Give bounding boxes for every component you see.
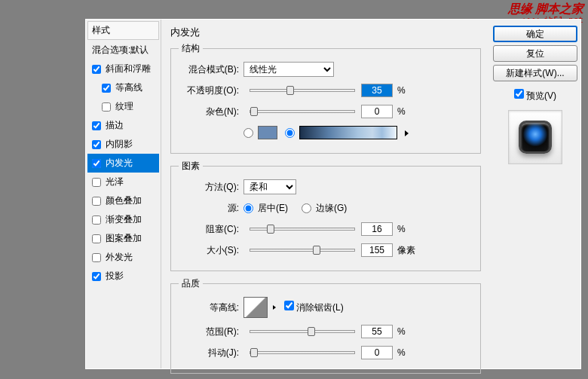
source-edge-radio[interactable]: 边缘(G) — [302, 202, 347, 215]
style-item-label: 投影 — [106, 270, 124, 283]
style-item-4[interactable]: 描边 — [87, 116, 159, 135]
style-item-label: 描边 — [106, 119, 124, 132]
quality-legend: 品质 — [179, 277, 203, 290]
style-item-6[interactable]: 内发光 — [87, 154, 159, 173]
opacity-unit: % — [397, 85, 406, 96]
style-item-9[interactable]: 渐变叠加 — [87, 210, 159, 229]
new-style-button[interactable]: 新建样式(W)... — [493, 65, 577, 81]
style-item-label: 内发光 — [106, 157, 133, 170]
solid-color-radio[interactable] — [243, 126, 277, 139]
styles-list-panel: 样式 混合选项:默认斜面和浮雕等高线纹理描边内阴影内发光光泽颜色叠加渐变叠加图案… — [86, 20, 161, 368]
style-item-11[interactable]: 外发光 — [87, 248, 159, 267]
style-item-label: 外发光 — [106, 251, 133, 264]
technique-label: 方法(Q): — [179, 181, 239, 194]
jitter-label: 抖动(J): — [179, 347, 239, 359]
opacity-input[interactable] — [361, 84, 393, 97]
noise-label: 杂色(N): — [179, 105, 239, 118]
noise-input[interactable] — [361, 105, 393, 118]
style-item-label: 渐变叠加 — [106, 213, 142, 226]
style-item-12[interactable]: 投影 — [87, 267, 159, 286]
structure-group: 结构 混合模式(B): 线性光 不透明度(O): % 杂色(N): % — [170, 42, 481, 154]
noise-slider[interactable] — [250, 110, 355, 113]
style-checkbox[interactable] — [92, 178, 101, 187]
size-input[interactable] — [361, 243, 393, 257]
solid-color-swatch[interactable] — [258, 126, 277, 139]
blend-mode-label: 混合模式(B): — [179, 63, 239, 76]
preview-thumbnail — [508, 110, 562, 164]
style-checkbox[interactable] — [102, 84, 111, 93]
style-checkbox[interactable] — [102, 102, 111, 112]
size-unit: 像素 — [397, 244, 415, 257]
style-checkbox[interactable] — [92, 253, 101, 262]
antialias-checkbox[interactable]: 消除锯齿(L) — [284, 301, 344, 314]
range-unit: % — [397, 326, 406, 337]
style-checkbox[interactable] — [92, 234, 101, 243]
style-item-label: 内阴影 — [106, 138, 133, 151]
elements-group: 图素 方法(Q): 柔和 源: 居中(E) 边缘(G) 阻塞(C): % 大小(… — [170, 160, 481, 271]
size-slider[interactable] — [250, 249, 355, 252]
style-item-label: 图案叠加 — [106, 232, 142, 245]
style-checkbox[interactable] — [92, 140, 101, 149]
style-checkbox[interactable] — [92, 65, 101, 74]
style-item-7[interactable]: 光泽 — [87, 173, 159, 191]
range-input[interactable] — [361, 325, 393, 338]
effect-title: 内发光 — [170, 26, 481, 39]
right-button-panel: 确定 复位 新建样式(W)... 预览(V) — [490, 20, 580, 368]
opacity-label: 不透明度(O): — [179, 84, 239, 97]
choke-label: 阻塞(C): — [179, 223, 239, 236]
choke-slider[interactable] — [250, 228, 355, 231]
style-item-0[interactable]: 混合选项:默认 — [87, 41, 159, 60]
style-item-10[interactable]: 图案叠加 — [87, 229, 159, 248]
style-item-2[interactable]: 等高线 — [87, 78, 159, 97]
style-item-3[interactable]: 纹理 — [87, 97, 159, 116]
style-item-1[interactable]: 斜面和浮雕 — [87, 60, 159, 78]
ok-button[interactable]: 确定 — [493, 26, 577, 42]
range-slider[interactable] — [250, 330, 355, 333]
main-settings-panel: 内发光 结构 混合模式(B): 线性光 不透明度(O): % 杂色(N): % … — [161, 20, 490, 368]
jitter-slider[interactable] — [250, 351, 355, 354]
contour-picker[interactable] — [243, 297, 268, 318]
styles-header: 样式 — [87, 21, 159, 40]
style-checkbox[interactable] — [92, 215, 101, 225]
style-item-label: 等高线 — [115, 81, 142, 94]
noise-unit: % — [397, 106, 406, 117]
structure-legend: 结构 — [179, 42, 203, 55]
range-label: 范围(R): — [179, 326, 239, 338]
jitter-unit: % — [397, 347, 406, 358]
jitter-input[interactable] — [361, 346, 393, 359]
source-center-radio[interactable]: 居中(E) — [243, 202, 288, 215]
contour-label: 等高线: — [179, 301, 239, 314]
style-checkbox[interactable] — [92, 159, 101, 168]
style-item-label: 纹理 — [115, 100, 133, 113]
style-item-label: 混合选项:默认 — [92, 44, 149, 57]
size-label: 大小(S): — [179, 244, 239, 257]
source-label: 源: — [179, 202, 239, 215]
opacity-slider[interactable] — [250, 89, 355, 92]
elements-legend: 图素 — [179, 160, 203, 173]
technique-select[interactable]: 柔和 — [243, 179, 296, 194]
style-item-label: 颜色叠加 — [106, 194, 142, 207]
gradient-swatch[interactable] — [299, 126, 397, 139]
choke-unit: % — [397, 224, 406, 234]
cancel-button[interactable]: 复位 — [493, 45, 577, 62]
style-checkbox[interactable] — [92, 121, 101, 130]
style-checkbox[interactable] — [92, 197, 101, 206]
style-item-8[interactable]: 颜色叠加 — [87, 191, 159, 210]
quality-group: 品质 等高线: 消除锯齿(L) 范围(R): % 抖动(J): % — [170, 277, 481, 374]
style-checkbox[interactable] — [92, 272, 101, 281]
blend-mode-select[interactable]: 线性光 — [243, 62, 334, 77]
preview-lens-icon — [519, 121, 552, 154]
style-item-5[interactable]: 内阴影 — [87, 135, 159, 154]
layer-style-dialog: 样式 混合选项:默认斜面和浮雕等高线纹理描边内阴影内发光光泽颜色叠加渐变叠加图案… — [85, 19, 581, 369]
style-item-label: 光泽 — [106, 176, 124, 188]
style-item-label: 斜面和浮雕 — [106, 63, 151, 75]
gradient-radio[interactable] — [285, 126, 397, 139]
preview-checkbox[interactable]: 预览(V) — [514, 89, 556, 102]
choke-input[interactable] — [361, 222, 393, 236]
